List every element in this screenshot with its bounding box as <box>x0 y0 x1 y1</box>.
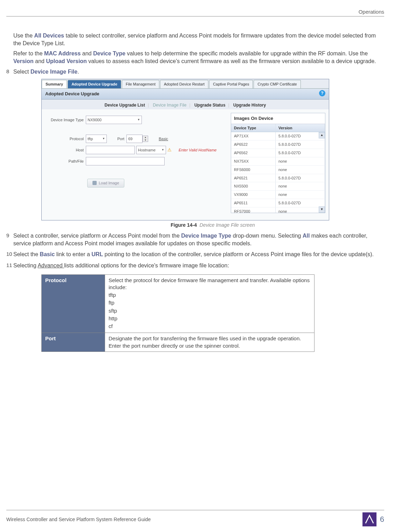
protocol-options-list: tftpftpsftphttpcf <box>109 292 311 330</box>
table-row[interactable]: AP65215.8.0.0-027D <box>231 174 325 183</box>
header-section: Operations <box>6 8 384 16</box>
host-input[interactable] <box>86 146 135 154</box>
load-image-button[interactable]: Load Image <box>87 179 124 187</box>
basic-term: Basic <box>40 251 55 257</box>
scroll-down-button[interactable]: ▼ <box>319 206 325 213</box>
host-label: Host <box>45 148 86 153</box>
device-image-type-combo[interactable]: NX9000▼ <box>86 116 142 124</box>
table-row[interactable]: AP65625.8.0.0-027D <box>231 149 325 157</box>
mac-address-label: MAC Address <box>44 50 81 56</box>
table-row-port: Port Designate the port for transferring… <box>42 333 314 352</box>
sub-tab-bar: Device Upgrade List| Device Image File| … <box>42 100 329 109</box>
path-input[interactable] <box>86 157 165 165</box>
table-row[interactable]: NX75XXnone <box>231 157 325 166</box>
brand-logo <box>362 512 376 526</box>
images-panel-title: Images On Device <box>231 113 325 124</box>
image-icon <box>92 181 97 185</box>
upload-version-label: Upload Version <box>46 58 87 64</box>
chevron-down-icon: ▼ <box>161 148 164 152</box>
scroll-up-button[interactable]: ▲ <box>319 132 325 138</box>
device-image-type-term: Device Image Type <box>181 233 231 239</box>
advanced-link-text: Advanced <box>37 262 64 268</box>
tab-file-management[interactable]: File Management <box>122 80 159 88</box>
table-row[interactable]: AP71XX5.8.0.0-027D <box>231 132 325 141</box>
step-8: 8 Select Device Image File. <box>6 68 384 76</box>
tab-adopted-device-restart[interactable]: Adopted Device Restart <box>160 80 208 88</box>
protocol-label: Protocol <box>45 136 86 142</box>
host-type-combo[interactable]: Hostname▼ <box>136 146 166 154</box>
footer-guide-title: Wireless Controller and Service Platform… <box>6 516 151 523</box>
basic-link[interactable]: Basic <box>159 136 168 142</box>
all-term: All <box>303 233 310 239</box>
port-input[interactable]: 69 <box>126 135 143 143</box>
screenshot-panel: Summary Adopted Device Upgrade File Mana… <box>41 79 329 220</box>
protocol-combo[interactable]: tftp▼ <box>86 135 107 143</box>
table-row[interactable]: RFS6000none <box>231 166 325 174</box>
step-9: 9 Select a controller, service platform … <box>6 232 384 247</box>
warning-icon: ⚠ <box>167 147 172 153</box>
subtab-upgrade-status[interactable]: Upgrade Status <box>194 103 226 108</box>
host-error-text: Enter Valid HostName <box>179 148 216 153</box>
intro-paragraph-2: Refer to the MAC Address and Device Type… <box>13 50 384 65</box>
table-row[interactable]: VX9000none <box>231 191 325 199</box>
images-on-device-panel: Images On Device Device Type Version ▲ ▼… <box>231 113 325 213</box>
header-rule <box>6 16 384 16</box>
device-image-file-label: Device Image File <box>30 69 77 75</box>
chevron-down-icon: ▼ <box>137 118 140 122</box>
device-type-label: Device Type <box>93 50 125 56</box>
help-icon[interactable]: ? <box>319 90 325 96</box>
figure-caption: Figure 14-4 Device Image File screen <box>41 222 384 229</box>
tab-summary[interactable]: Summary <box>42 80 67 88</box>
path-file-label: Path/File <box>45 159 86 164</box>
url-term: URL <box>91 251 103 257</box>
tab-crypto-cmp-cert[interactable]: Crypto CMP Certificate <box>254 80 300 88</box>
version-label: Version <box>13 58 34 64</box>
chevron-down-icon: ▼ <box>102 137 105 141</box>
all-devices-label: All Devices <box>34 33 64 39</box>
tab-captive-portal-pages[interactable]: Captive Portal Pages <box>209 80 253 88</box>
step-11: 11 Selecting Advanced lists additional o… <box>6 262 384 270</box>
table-row-protocol: Protocol Select the protocol for device … <box>42 274 314 333</box>
step-10: 10 Select the Basic link to enter a URL … <box>6 251 384 258</box>
tab-adopted-device-upgrade[interactable]: Adopted Device Upgrade <box>68 80 121 88</box>
table-row[interactable]: NX5500none <box>231 182 325 191</box>
port-header: Port <box>42 333 105 352</box>
table-row[interactable]: AP65225.8.0.0-027D <box>231 141 325 149</box>
subtab-device-image-file[interactable]: Device Image File <box>153 103 186 108</box>
top-tab-bar: Summary Adopted Device Upgrade File Mana… <box>42 79 329 89</box>
port-spinner[interactable]: ▲▼ <box>143 136 148 142</box>
figure-14-4: Summary Adopted Device Upgrade File Mana… <box>41 79 384 229</box>
protocol-header: Protocol <box>42 274 105 333</box>
table-row[interactable]: RFS7000none <box>231 207 325 213</box>
page-footer: Wireless Controller and Service Platform… <box>6 510 384 526</box>
panel-title: Adopted Device Upgrade ? <box>42 89 329 100</box>
page-number: 6 <box>380 514 384 525</box>
subtab-upgrade-history[interactable]: Upgrade History <box>233 103 266 108</box>
table-row[interactable]: AP65115.8.0.0-027D <box>231 199 325 207</box>
port-label: Port <box>117 136 124 142</box>
images-table-body: ▲ ▼ AP71XX5.8.0.0-027DAP65225.8.0.0-027D… <box>231 132 325 213</box>
intro-paragraph-1: Use the All Devices table to select cont… <box>13 32 384 47</box>
subtab-device-upgrade-list[interactable]: Device Upgrade List <box>105 103 145 108</box>
images-table-header: Device Type Version <box>231 124 325 132</box>
device-image-type-label: Device Image Type <box>45 117 86 123</box>
options-table: Protocol Select the protocol for device … <box>41 274 314 352</box>
